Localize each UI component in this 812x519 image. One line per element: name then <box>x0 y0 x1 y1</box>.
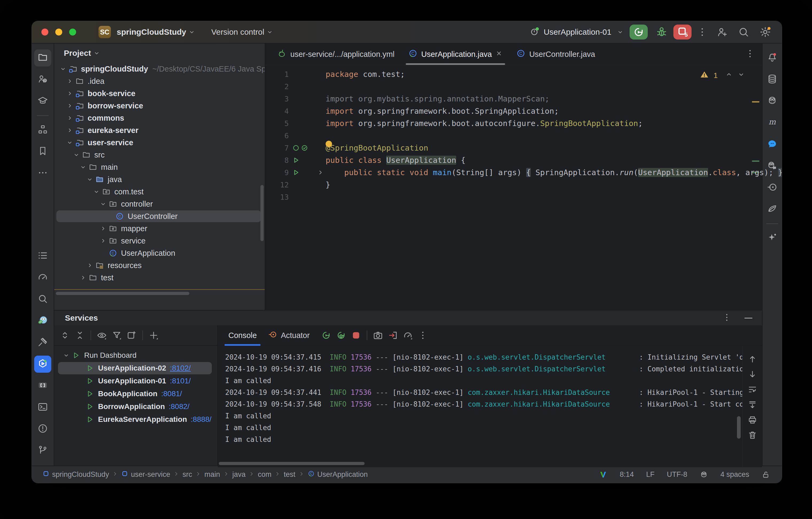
kebab-menu-button[interactable] <box>416 328 430 342</box>
project-folder-button[interactable] <box>34 50 51 66</box>
service-port-link[interactable]: :8081/ <box>161 390 182 398</box>
camera-button[interactable] <box>371 328 385 342</box>
service-item-bookapplication[interactable]: BookApplication:8081/ <box>54 387 217 400</box>
trash-button[interactable] <box>747 429 758 441</box>
soft-wrap-button[interactable] <box>747 384 758 395</box>
run-configuration-selector[interactable]: UserApplication-01 <box>529 26 624 39</box>
service-item-run-dashboard[interactable]: Run Dashboard <box>54 349 217 362</box>
project-horizontal-scrollbar[interactable] <box>56 292 190 295</box>
status-widget-4-spaces[interactable]: 4 spaces <box>720 470 749 479</box>
chevron-right-icon[interactable] <box>65 102 74 109</box>
project-tree-item-resources[interactable]: resources <box>54 259 265 272</box>
expand-all-button[interactable] <box>58 328 72 342</box>
endpoints-button[interactable] <box>764 179 781 196</box>
problems-button[interactable] <box>34 421 51 437</box>
panel-options-button[interactable] <box>722 313 732 323</box>
project-tree-item-eureka-server[interactable]: eureka-server <box>54 124 265 136</box>
project-tree-item-service[interactable]: service <box>54 235 265 247</box>
terminal-button[interactable] <box>34 399 51 416</box>
unlock-icon[interactable] <box>761 470 770 479</box>
collapse-all-button[interactable] <box>73 328 87 342</box>
project-tree-item-user-service[interactable]: user-service <box>54 136 265 149</box>
inspections-widget[interactable]: 1 <box>700 70 745 81</box>
close-icon[interactable] <box>495 50 502 59</box>
status-widget-utf-8[interactable]: UTF-8 <box>667 470 687 479</box>
debug-rerun-button[interactable] <box>334 328 348 342</box>
stripe-mark-green[interactable] <box>752 160 759 162</box>
arrow-down-button[interactable] <box>747 368 758 380</box>
service-item-eurekaserverapplication[interactable]: EurekaServerApplication:8888/ <box>54 413 217 426</box>
profiler-button[interactable] <box>34 269 51 286</box>
chevron-down-icon[interactable] <box>85 176 94 183</box>
project-vertical-scrollbar[interactable] <box>260 185 264 241</box>
run-gutter-icon[interactable] <box>289 156 315 164</box>
add-user-button[interactable] <box>717 26 728 38</box>
search-everywhere-button[interactable] <box>738 26 749 38</box>
v-logo-icon[interactable] <box>599 470 607 479</box>
console-output[interactable]: 2024-10-19 09:54:37.415 INFO 17536 --- [… <box>218 346 742 467</box>
preview-eye-button[interactable] <box>95 328 109 342</box>
bean-leaf-button[interactable] <box>764 201 781 218</box>
chevron-right-icon[interactable] <box>65 127 74 134</box>
project-tree-item-book-service[interactable]: book-service <box>54 87 265 99</box>
spring-bean-gutter-icon[interactable] <box>289 144 315 152</box>
bookmarks-button[interactable] <box>34 143 51 160</box>
status-widget-8-14[interactable]: 8:14 <box>620 470 634 479</box>
project-tree-item-mapper[interactable]: mapper <box>54 222 265 235</box>
chevron-right-icon[interactable] <box>65 115 74 121</box>
brackets-button[interactable] <box>34 377 51 394</box>
chevron-down-icon[interactable] <box>58 65 67 72</box>
settings-button[interactable] <box>759 26 771 38</box>
todo-button[interactable] <box>34 247 51 265</box>
project-tree-item-commons[interactable]: commons <box>54 112 265 124</box>
project-tree-item-controller[interactable]: controller <box>54 198 265 210</box>
chevron-down-icon[interactable] <box>72 151 81 158</box>
project-tree-item-test[interactable]: test <box>54 272 265 284</box>
status-widget-lf[interactable]: LF <box>646 470 655 479</box>
project-tree-item-springcloudstudy[interactable]: springCloudStudy~/Desktop/CS/JavaEE/6 Ja… <box>54 63 265 75</box>
service-port-link[interactable]: :8101/ <box>170 377 191 385</box>
project-tree-item-com-test[interactable]: com.test <box>54 186 265 198</box>
exit-button[interactable] <box>386 328 400 342</box>
project-tree-item-userapplication[interactable]: CUserApplication <box>54 247 265 259</box>
robot-sm-icon[interactable] <box>700 470 708 479</box>
database-button[interactable] <box>764 71 781 88</box>
code-editor[interactable]: 1 1package com.test;23import org.mybatis… <box>265 65 762 310</box>
notifications-button[interactable] <box>764 50 781 66</box>
maven-button[interactable]: m <box>764 114 781 131</box>
arrow-up-button[interactable] <box>747 353 758 365</box>
chevron-right-icon[interactable] <box>65 78 74 85</box>
service-port-link[interactable]: :8888/ <box>191 415 211 424</box>
editor-tab-userapplication-java[interactable]: CUserApplication.java <box>402 43 510 65</box>
breadcrumb-item-userapplication[interactable]: CUserApplication <box>308 470 368 479</box>
zoom-window-button[interactable] <box>69 29 76 35</box>
chevron-down-icon[interactable] <box>737 71 745 80</box>
project-tree-item-src[interactable]: src <box>54 149 265 161</box>
chevron-down-icon[interactable] <box>98 201 108 208</box>
chevron-right-icon[interactable] <box>65 90 74 97</box>
close-window-button[interactable] <box>41 29 48 35</box>
project-tree-item--idea[interactable]: .idea <box>54 75 265 87</box>
chevron-up-icon[interactable] <box>725 71 733 80</box>
services-button[interactable] <box>34 356 51 373</box>
project-tree-item-java[interactable]: java <box>54 173 265 186</box>
print-button[interactable] <box>747 414 758 426</box>
chevron-down-icon[interactable] <box>92 188 101 195</box>
run-gutter-icon[interactable] <box>289 169 315 177</box>
add-plus-button[interactable] <box>147 328 161 342</box>
editor-options-button[interactable] <box>745 49 755 60</box>
build-button[interactable] <box>34 334 51 351</box>
git-branch-button[interactable] <box>34 442 51 459</box>
structure-button[interactable] <box>34 121 51 139</box>
breadcrumb-item-com[interactable]: com <box>258 470 271 479</box>
breadcrumb-item-src[interactable]: src <box>182 470 192 479</box>
service-item-userapplication-01[interactable]: UserApplication-01:8101/ <box>54 374 217 387</box>
project-tree-item-main[interactable]: main <box>54 161 265 173</box>
tab-actuator[interactable]: Actuator <box>268 330 310 341</box>
project-tree-item-borrow-service[interactable]: borrow-service <box>54 99 265 112</box>
project-panel-title[interactable]: Project <box>64 49 91 58</box>
editor-tab-usercontroller-java[interactable]: CUserController.java <box>510 43 602 65</box>
stop-filled-button[interactable] <box>349 328 363 342</box>
more-tools-button[interactable] <box>34 165 51 182</box>
breadcrumb-item-springcloudstudy[interactable]: springCloudStudy <box>42 470 109 479</box>
